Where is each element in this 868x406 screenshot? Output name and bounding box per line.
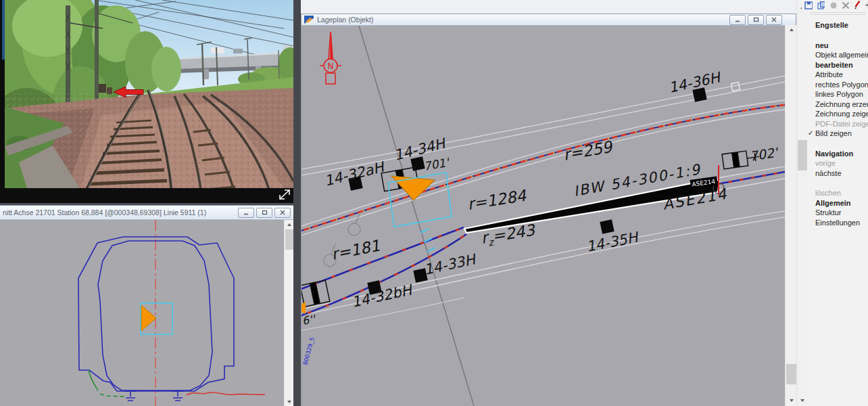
cross-section-titlebar[interactable]: nitt Achse 21701 Station 68,884 [@000348… [0,206,293,220]
minimize-button[interactable] [238,208,254,218]
layers-icon[interactable] [817,1,825,9]
trackside-object [99,84,106,93]
lageplan-titlebar[interactable]: Lageplan (Objekt) [302,14,796,26]
sidebar-item-zeichnung-erzeugen[interactable]: Zeichnung erzeugen [807,99,868,110]
plus-icon[interactable] [865,2,868,8]
sidebar-item-rechtes-polygon[interactable]: rechtes Polygon [807,80,868,90]
cross-section-window: nitt Achse 21701 Station 68,884 [@000348… [0,205,293,406]
sidebar-item-linkes-polygon[interactable]: linkes Polygon [807,89,868,99]
photo-window [0,0,293,203]
window-title: nitt Achse 21701 Station 68,884 [@000348… [3,208,206,217]
sidebar-item-naechste[interactable]: nächste [807,168,868,179]
scroll-thumb[interactable] [285,229,293,250]
sidebar-item-loeschen: löschen [807,188,868,198]
close-button[interactable] [766,15,782,25]
scroll-down-button[interactable] [285,397,294,406]
sidebar-item-pdf-datei-zeigen: PDF-Datei zeigen [807,119,868,129]
minimize-button[interactable] [729,15,746,25]
sidebar-item-einstellungen[interactable]: Einstellungen [807,218,868,228]
cross-section-canvas[interactable] [0,220,284,406]
record-icon [829,1,837,9]
vertical-scrollbar-lageplan[interactable] [785,25,797,406]
vertical-scrollbar-outer[interactable] [796,0,808,406]
sidebar-item-vorige: vorige [807,158,868,168]
photo-image [0,0,293,203]
check-icon: ✓ [808,129,813,139]
sidebar-item-attribute[interactable]: Attribute [807,70,868,80]
lageplan-window: Lageplan (Objekt) [301,14,796,406]
signal-14-35H [600,219,614,233]
sidebar-item-objekt-allgemein[interactable]: Objekt allgemein [807,50,868,60]
trackside-object [107,87,112,94]
application-window: nitt Achse 21701 Station 68,884 [@000348… [0,0,868,406]
task-menu: Engstelle neu Objekt allgemein bearbeite… [807,20,868,227]
restore-button[interactable] [256,208,272,218]
lageplan-canvas[interactable]: N [302,26,786,406]
pen-icon[interactable] [854,1,861,9]
mini-toolbar [802,0,868,10]
scroll-thumb[interactable] [786,364,796,384]
scroll-thumb[interactable] [798,140,807,171]
sidebar-item-neu[interactable]: neu [807,41,868,51]
pane-divider [293,0,301,406]
scroll-down-button[interactable] [786,396,797,405]
task-panel: Engstelle neu Objekt allgemein bearbeite… [807,0,868,406]
scroll-down-button[interactable] [797,396,808,405]
scroll-up-button[interactable] [786,25,797,35]
north-label: N [328,62,334,71]
window-title: Lageplan (Objekt) [317,16,373,24]
sidebar-item-allgemein[interactable]: Allgemein [807,198,868,208]
sidebar-item-bild-zeigen[interactable]: ✓ Bild zeigen [807,129,868,139]
vertical-scrollbar-cross[interactable] [284,220,294,406]
sidebar-item-engstelle: Engstelle [807,20,868,30]
scroll-up-button[interactable] [285,220,294,229]
restore-button[interactable] [748,15,764,25]
close-button[interactable] [274,208,291,218]
sidebar-item-zeichnung-zeigen[interactable]: Zeichnung zeigen [807,109,868,119]
sidebar-item-struktur[interactable]: Struktur [807,208,868,218]
sidebar-item-navigation: Navigation [807,149,868,159]
mdi-top-strip [295,0,807,14]
sidebar-item-bearbeiten[interactable]: bearbeiten [807,60,868,70]
save-icon[interactable] [804,1,813,9]
lageplan-window-icon [304,16,314,24]
delete-icon[interactable] [842,1,849,9]
